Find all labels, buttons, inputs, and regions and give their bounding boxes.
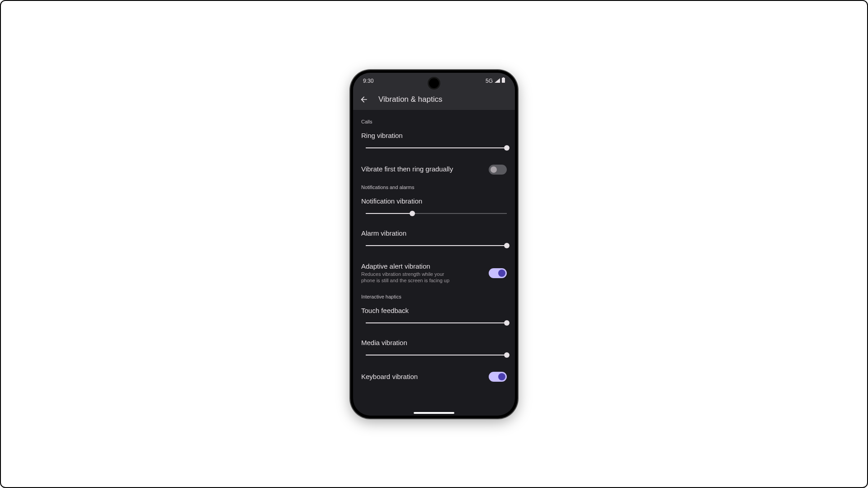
media-vibration-row[interactable]: Media vibration [353, 334, 515, 366]
section-header-interactive: Interactive haptics [353, 289, 515, 302]
notification-vibration-slider[interactable] [366, 210, 507, 217]
battery-icon [502, 77, 505, 84]
adaptive-alert-toggle[interactable] [489, 268, 507, 278]
keyboard-vibration-label: Keyboard vibration [361, 373, 484, 380]
adaptive-alert-desc: Reduces vibration strength while your ph… [361, 271, 484, 284]
keyboard-vibration-row[interactable]: Keyboard vibration [353, 366, 515, 387]
media-vibration-slider[interactable] [366, 352, 507, 358]
notification-vibration-label: Notification vibration [361, 197, 507, 205]
status-time: 9:30 [363, 78, 373, 84]
status-network: 5G [486, 78, 493, 84]
adaptive-alert-row[interactable]: Adaptive alert vibration Reduces vibrati… [353, 257, 515, 290]
section-header-calls: Calls [353, 114, 515, 127]
notification-vibration-row[interactable]: Notification vibration [353, 193, 515, 225]
phone-screen: 9:30 5G Vibration & haptics Calls [353, 73, 515, 416]
ring-vibration-slider[interactable] [366, 145, 507, 151]
svg-rect-0 [502, 78, 505, 83]
status-right: 5G [486, 77, 505, 84]
section-header-notifications: Notifications and alarms [353, 180, 515, 193]
camera-cutout [429, 78, 439, 88]
touch-feedback-row[interactable]: Touch feedback [353, 302, 515, 334]
gesture-nav-pill[interactable] [414, 412, 454, 414]
alarm-vibration-slider[interactable] [366, 242, 507, 249]
app-header: Vibration & haptics [353, 89, 515, 110]
alarm-vibration-label: Alarm vibration [361, 229, 507, 237]
signal-icon [495, 78, 500, 84]
back-icon[interactable] [359, 95, 368, 104]
media-vibration-label: Media vibration [361, 339, 507, 346]
svg-rect-1 [503, 77, 504, 78]
vibrate-first-toggle[interactable] [489, 165, 507, 175]
vibrate-first-row[interactable]: Vibrate first then ring gradually [353, 159, 515, 180]
alarm-vibration-row[interactable]: Alarm vibration [353, 225, 515, 257]
vibrate-first-label: Vibrate first then ring gradually [361, 165, 484, 173]
ring-vibration-label: Ring vibration [361, 132, 507, 139]
keyboard-vibration-toggle[interactable] [489, 372, 507, 382]
settings-content: Calls Ring vibration Vibrate first then … [353, 110, 515, 416]
ring-vibration-row[interactable]: Ring vibration [353, 127, 515, 159]
page-title: Vibration & haptics [378, 95, 442, 104]
phone-frame: 9:30 5G Vibration & haptics Calls [350, 70, 518, 418]
touch-feedback-label: Touch feedback [361, 307, 507, 314]
touch-feedback-slider[interactable] [366, 320, 507, 326]
adaptive-alert-label: Adaptive alert vibration [361, 262, 484, 270]
